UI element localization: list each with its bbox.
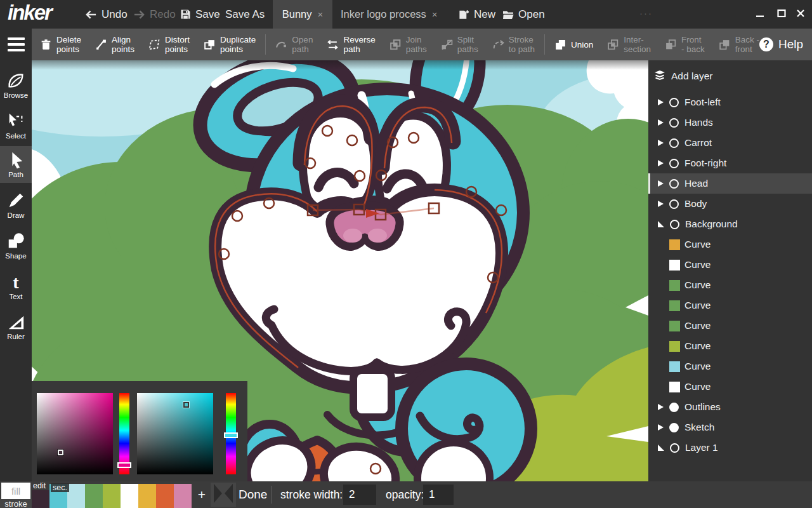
toolbar-button-align-points[interactable]: Alignpoints bbox=[88, 29, 141, 60]
tool-browse[interactable]: Browse bbox=[0, 67, 32, 104]
curve-color-swatch[interactable] bbox=[669, 382, 680, 392]
mirror-tool-button[interactable] bbox=[211, 483, 236, 507]
stroke-color-swatch[interactable]: stroke bbox=[0, 499, 32, 508]
secondary-saturation-square[interactable] bbox=[137, 393, 213, 474]
layer-marker-icon[interactable] bbox=[669, 199, 679, 209]
layer-marker-icon[interactable] bbox=[669, 159, 679, 168]
main-menu-button[interactable] bbox=[0, 29, 32, 60]
palette-swatch[interactable] bbox=[85, 484, 103, 508]
window-close-button[interactable] bbox=[792, 0, 809, 27]
layer-row-carrot[interactable]: Carrot bbox=[648, 133, 812, 153]
expand-icon[interactable] bbox=[658, 119, 664, 126]
layer-row-curve[interactable]: Curve bbox=[648, 275, 812, 295]
palette-swatch[interactable] bbox=[174, 484, 192, 508]
fill-color-swatch[interactable]: fill bbox=[1, 483, 30, 499]
window-maximize-button[interactable] bbox=[773, 0, 790, 27]
window-minimize-button[interactable] bbox=[751, 0, 769, 27]
drawing-canvas[interactable] bbox=[32, 60, 648, 481]
collapse-icon[interactable] bbox=[658, 444, 664, 451]
tab-inker-logo-process[interactable]: Inker logo process × bbox=[341, 0, 438, 29]
toolbar-button-delete-points[interactable]: Deletepoints bbox=[33, 29, 88, 60]
layer-marker-icon[interactable] bbox=[669, 138, 679, 148]
tab-bunny[interactable]: Bunny × bbox=[273, 0, 332, 29]
color-cursor[interactable] bbox=[58, 450, 63, 455]
expand-icon[interactable] bbox=[658, 180, 664, 187]
save-as-button[interactable]: Save As bbox=[225, 0, 265, 29]
toolbar-button-reverse-path[interactable]: Reversepath bbox=[320, 29, 382, 60]
layer-row-curve[interactable]: Curve bbox=[648, 316, 812, 336]
palette-swatch[interactable] bbox=[67, 484, 85, 508]
layer-row-background[interactable]: Background bbox=[648, 214, 812, 234]
layer-marker-icon[interactable] bbox=[669, 423, 679, 432]
tab-close-icon[interactable]: × bbox=[318, 9, 324, 20]
layer-row-head[interactable]: Head bbox=[648, 173, 812, 194]
layer-row-curve[interactable]: Curve bbox=[648, 336, 812, 356]
tool-draw[interactable]: Draw bbox=[0, 187, 32, 224]
overflow-handle[interactable]: ··· bbox=[639, 8, 653, 18]
toolbar-button-duplicate-points[interactable]: Duplicatepoints bbox=[197, 29, 263, 60]
redo-button[interactable]: Redo bbox=[133, 0, 176, 29]
opacity-input[interactable]: 1 bbox=[423, 485, 454, 505]
expand-icon[interactable] bbox=[658, 160, 664, 166]
toolbar-button-open-path[interactable]: Openpath bbox=[268, 29, 320, 60]
curve-color-swatch[interactable] bbox=[669, 300, 680, 311]
curve-color-swatch[interactable] bbox=[669, 280, 680, 291]
expand-icon[interactable] bbox=[658, 424, 664, 431]
tool-path[interactable]: Path bbox=[0, 146, 32, 183]
palette-swatch[interactable] bbox=[138, 484, 156, 508]
fill-hue-slider[interactable] bbox=[119, 393, 129, 474]
toolbar-button-join-paths[interactable]: Joinpaths bbox=[383, 29, 434, 60]
toolbar-button-front-back[interactable]: Front- back bbox=[658, 29, 712, 60]
tool-text[interactable]: tText bbox=[0, 268, 32, 305]
toolbar-button-back-front[interactable]: Back -front bbox=[712, 29, 766, 60]
layer-row-outlines[interactable]: Outlines bbox=[648, 397, 812, 417]
new-document-button[interactable]: New bbox=[458, 0, 495, 29]
color-cursor[interactable] bbox=[183, 402, 189, 408]
layer-row-layer-1[interactable]: Layer 1 bbox=[648, 438, 812, 458]
palette-swatch[interactable] bbox=[103, 484, 121, 508]
add-palette-color-button[interactable]: + bbox=[194, 481, 209, 508]
layer-row-curve[interactable]: Curve bbox=[648, 377, 812, 397]
layer-marker-icon[interactable] bbox=[669, 179, 679, 189]
help-button[interactable]: ? Help bbox=[759, 29, 803, 60]
layer-row-foot-right[interactable]: Foot-right bbox=[648, 153, 812, 173]
layer-row-curve[interactable]: Curve bbox=[648, 356, 812, 377]
hue-marker[interactable] bbox=[117, 462, 131, 468]
stroke-width-input[interactable]: 2 bbox=[343, 485, 376, 505]
expand-icon[interactable] bbox=[658, 201, 664, 207]
toolbar-button-distort-points[interactable]: Distortpoints bbox=[141, 29, 197, 60]
layer-row-sketch[interactable]: Sketch bbox=[648, 417, 812, 438]
layer-row-body[interactable]: Body bbox=[648, 194, 812, 214]
secondary-hue-slider[interactable] bbox=[226, 393, 236, 474]
curve-color-swatch[interactable] bbox=[669, 341, 680, 352]
save-button[interactable]: Save bbox=[180, 0, 220, 29]
layer-row-curve[interactable]: Curve bbox=[648, 295, 812, 316]
layer-marker-icon[interactable] bbox=[669, 118, 679, 128]
curve-color-swatch[interactable] bbox=[669, 239, 680, 250]
layer-marker-icon[interactable] bbox=[670, 443, 679, 453]
done-button[interactable]: Done bbox=[239, 481, 267, 508]
layer-marker-icon[interactable] bbox=[669, 98, 679, 107]
palette-swatch[interactable] bbox=[32, 490, 49, 508]
hue-marker[interactable] bbox=[224, 432, 238, 438]
layer-row-foot-left[interactable]: Foot-left bbox=[648, 92, 812, 112]
tool-select[interactable]: Select bbox=[0, 107, 32, 144]
tool-shape[interactable]: Shape bbox=[0, 227, 32, 264]
toolbar-button-intersection[interactable]: Inter-section bbox=[600, 29, 658, 60]
expand-icon[interactable] bbox=[658, 140, 664, 146]
palette-swatch[interactable] bbox=[121, 484, 138, 508]
toolbar-button-union[interactable]: Union bbox=[547, 29, 600, 60]
tool-ruler[interactable]: Ruler bbox=[0, 308, 32, 345]
expand-icon[interactable] bbox=[658, 404, 664, 410]
toolbar-button-stroke-to-path[interactable]: Stroketo path bbox=[485, 29, 542, 60]
layer-row-hands[interactable]: Hands bbox=[648, 112, 812, 133]
palette-swatch[interactable] bbox=[156, 484, 174, 508]
curve-color-swatch[interactable] bbox=[669, 260, 680, 271]
curve-color-swatch[interactable] bbox=[669, 321, 680, 331]
layer-marker-icon[interactable] bbox=[669, 403, 679, 412]
fill-saturation-square[interactable] bbox=[37, 393, 113, 474]
expand-icon[interactable] bbox=[658, 99, 664, 105]
layer-marker-icon[interactable] bbox=[670, 220, 679, 229]
undo-button[interactable]: Undo bbox=[85, 0, 128, 29]
layer-row-curve[interactable]: Curve bbox=[648, 234, 812, 255]
